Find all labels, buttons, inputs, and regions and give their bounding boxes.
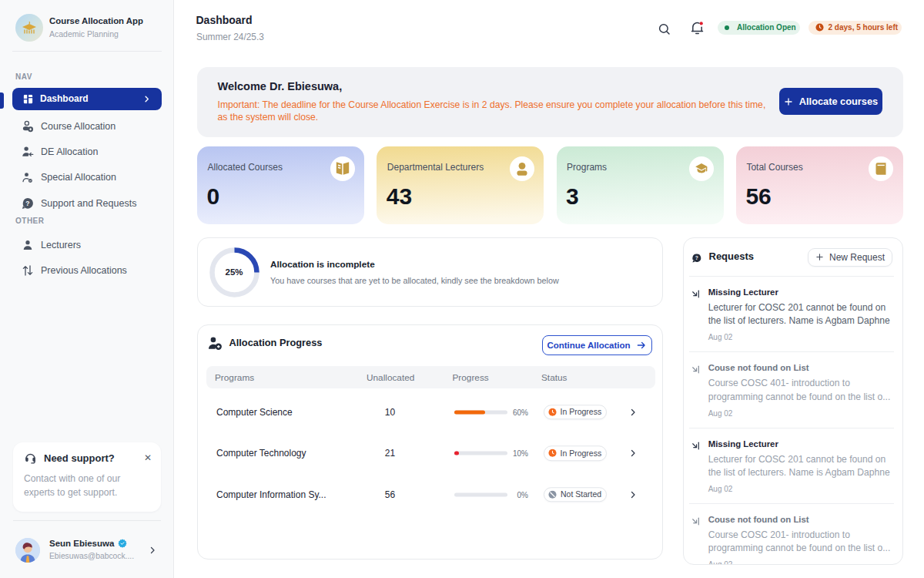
svg-text:?: ? (25, 200, 29, 207)
svg-text:?: ? (695, 255, 698, 260)
